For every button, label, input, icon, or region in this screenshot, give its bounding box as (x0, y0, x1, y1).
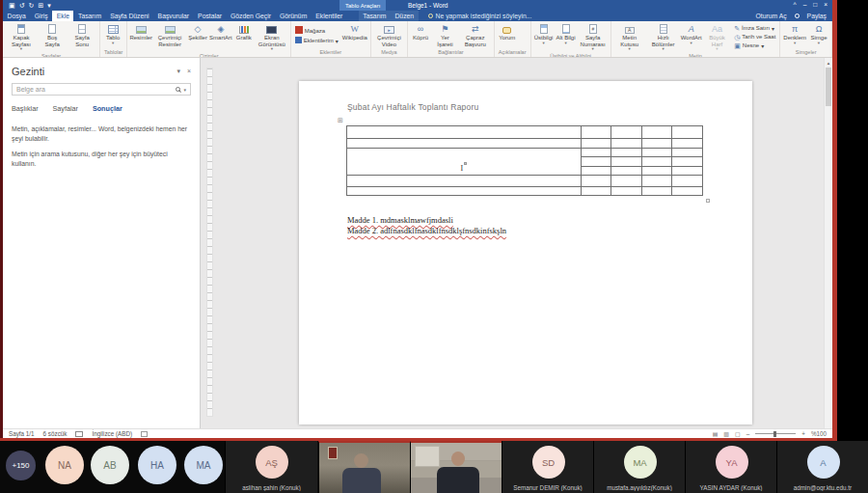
signature-line-button[interactable]: ✎İmza Satırı▾ (734, 25, 775, 32)
status-extra-icon[interactable] (141, 431, 148, 437)
table-cell[interactable] (611, 157, 642, 167)
participant-tile[interactable]: A admin@ogr.ktu.edu.tr (776, 441, 868, 493)
zoom-slider[interactable] (755, 433, 796, 434)
table-cell[interactable] (581, 139, 611, 149)
nav-tab-sonuclar[interactable]: Sonuçlar (93, 104, 122, 113)
tell-me-box[interactable]: Ne yapmak istediğinizi söyleyin... (428, 11, 532, 21)
date-time-button[interactable]: ◷Tarih ve Saat (734, 34, 775, 41)
footer-button[interactable]: Alt Bilgi▾ (556, 22, 577, 52)
table-cell[interactable] (581, 157, 611, 167)
read-mode-icon[interactable]: ▤ (713, 430, 719, 437)
table-cell[interactable] (672, 126, 703, 139)
comment-button[interactable]: Yorum (497, 22, 518, 48)
table-cell[interactable] (672, 187, 703, 196)
close-icon[interactable]: × (824, 2, 827, 9)
participant-tile[interactable]: MA mustafa.ayyıldız(Konuk) (593, 441, 685, 493)
participant-tile[interactable]: YA YASİN AYDAR (Konuk) (685, 441, 776, 493)
tab-basvurular[interactable]: Başvurular (153, 11, 194, 21)
table-cell[interactable] (581, 126, 611, 139)
zoom-slider-knob[interactable] (773, 431, 776, 437)
table-cell[interactable] (672, 167, 703, 176)
table-cell[interactable] (641, 167, 672, 176)
bookmark-button[interactable]: ⚑Yer İşareti (432, 22, 458, 48)
table-cell[interactable] (611, 187, 642, 196)
restore-icon[interactable]: □ (813, 2, 817, 9)
table-cell[interactable] (672, 176, 703, 187)
participant-bubble[interactable]: AB (91, 446, 129, 484)
cross-reference-button[interactable]: ⇄Çapraz Başvuru (459, 22, 492, 48)
tab-eklentiler[interactable]: Eklentiler (312, 11, 347, 21)
tab-dosya[interactable]: Dosya (3, 11, 30, 21)
store-button[interactable]: Mağaza (295, 26, 339, 35)
participant-bubble[interactable]: NA (45, 446, 84, 484)
table-cell[interactable] (611, 167, 642, 176)
pictures-button[interactable]: Resimler (129, 22, 152, 52)
text-box-button[interactable]: AMetin Kutusu▾ (613, 22, 646, 52)
redo-icon[interactable]: ↻ (29, 2, 35, 9)
overflow-participants-badge[interactable]: +150 (6, 451, 36, 480)
table-cell[interactable] (641, 149, 672, 157)
page-break-button[interactable]: Sayfa Sonu (67, 22, 97, 52)
participant-tile[interactable]: SD Semanur DEMİR (Konuk) (502, 441, 593, 493)
table-cell[interactable] (641, 176, 672, 187)
page-indicator[interactable]: Sayfa 1/1 (9, 430, 35, 437)
table-cell[interactable] (641, 187, 672, 196)
participant-tile[interactable]: AŞ aslihan şahin (Konuk) (225, 441, 317, 493)
chart-button[interactable]: Grafik (233, 22, 255, 52)
web-layout-icon[interactable]: ▢ (735, 430, 741, 437)
table-cell[interactable] (581, 149, 611, 157)
table-cell[interactable] (611, 139, 642, 149)
nav-tab-sayfalar[interactable]: Sayfalar (53, 104, 78, 113)
cover-page-button[interactable]: Kapak Sayfası▾ (5, 22, 38, 52)
scroll-up-icon[interactable]: ▴ (825, 58, 832, 67)
print-layout-icon[interactable]: ▥ (723, 430, 729, 437)
table-button[interactable]: Tablo▾ (102, 22, 123, 48)
table-cell[interactable] (672, 139, 703, 149)
screenshot-button[interactable]: Ekran Görüntüsü▾ (256, 22, 288, 52)
table-cell[interactable] (611, 176, 642, 187)
tab-gozden-gecir[interactable]: Gözden Geçir (227, 11, 276, 21)
my-addins-button[interactable]: Eklentilerim▾ (295, 37, 339, 44)
language-indicator[interactable]: İngilizce (ABD) (92, 430, 132, 437)
wordart-button[interactable]: AWordArt▾ (681, 22, 702, 52)
table-cell[interactable] (641, 126, 672, 139)
header-button[interactable]: Üstbilgi▾ (533, 22, 555, 52)
table-cell[interactable] (672, 157, 703, 167)
minimize-icon[interactable]: – (803, 2, 807, 9)
proofing-icon[interactable] (75, 431, 83, 437)
online-pictures-button[interactable]: Çevrimiçi Resimler (153, 22, 186, 52)
table-cell[interactable] (347, 176, 582, 187)
zoom-in-icon[interactable]: + (801, 430, 805, 437)
document-page[interactable]: Şubat Ayı Haftalık Toplantı Raporu ⊞ I (299, 81, 752, 425)
table-cell[interactable] (581, 187, 611, 196)
table-cell[interactable] (347, 139, 582, 149)
zoom-level[interactable]: %100 (811, 430, 827, 437)
symbol-button[interactable]: ΩSimge▾ (808, 22, 829, 48)
close-pane-icon[interactable]: × (187, 68, 191, 75)
table-cell[interactable] (581, 167, 611, 176)
qat-more-icon[interactable]: ▾ (47, 2, 51, 9)
table-cell-merged[interactable]: I (347, 149, 582, 176)
tab-sayfa-duzeni[interactable]: Sayfa Düzeni (106, 11, 153, 21)
table-cell[interactable] (611, 149, 642, 157)
table-cell[interactable] (347, 187, 582, 196)
chevron-down-icon[interactable]: ▾ (176, 68, 180, 75)
tab-tablo-tasarim[interactable]: Tasarım (359, 11, 391, 21)
page-number-button[interactable]: #Sayfa Numarası▾ (578, 22, 609, 52)
online-video-button[interactable]: ▸Çevrimiçi Video (373, 22, 405, 48)
table-cell[interactable] (641, 157, 672, 167)
hyperlink-button[interactable]: ∞Köprü (410, 22, 431, 48)
table-cell[interactable] (347, 126, 582, 139)
tab-tablo-duzen[interactable]: Düzen (391, 11, 419, 21)
participant-video[interactable] (410, 441, 502, 493)
table-move-handle[interactable]: ⊞ (338, 117, 343, 123)
object-button[interactable]: ▣Nesne▾ (734, 42, 775, 49)
ribbon-options-icon[interactable]: ^ (794, 2, 797, 9)
tab-postalar[interactable]: Postalar (194, 11, 227, 21)
zoom-out-icon[interactable]: – (746, 430, 750, 437)
scrollbar-thumb[interactable] (826, 68, 831, 106)
drop-cap-button[interactable]: AaBüyük Harf▾ (703, 22, 731, 52)
undo-icon[interactable]: ↺ (19, 2, 25, 9)
equation-button[interactable]: πDenklem▾ (782, 22, 807, 48)
smartart-button[interactable]: ◈SmartArt (209, 22, 232, 52)
